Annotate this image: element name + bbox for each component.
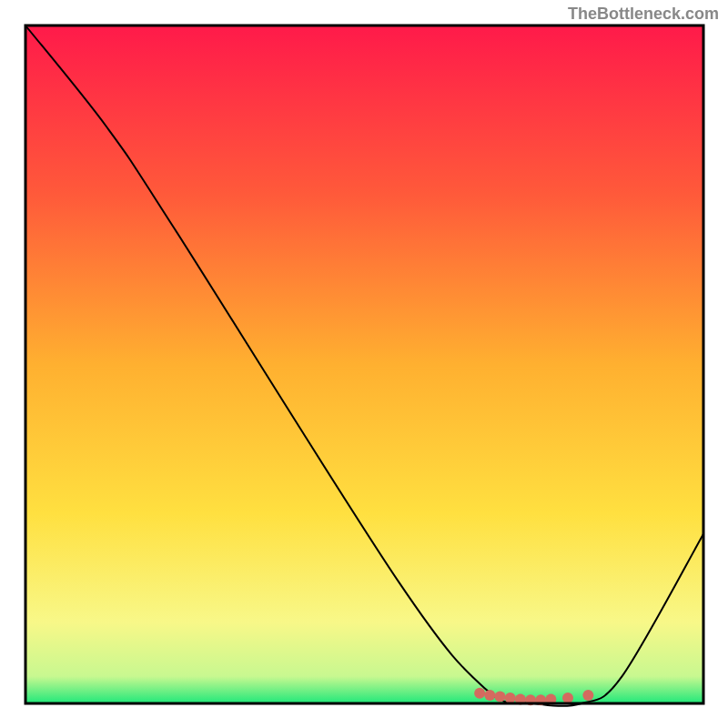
threshold-marker: [582, 690, 593, 701]
threshold-marker: [505, 693, 516, 703]
threshold-marker: [495, 692, 506, 703]
plot-background: [25, 25, 703, 703]
threshold-marker: [484, 690, 495, 701]
threshold-marker: [474, 688, 485, 699]
chart-svg: [0, 0, 728, 728]
chart-container: [0, 0, 728, 728]
threshold-marker: [562, 693, 573, 703]
